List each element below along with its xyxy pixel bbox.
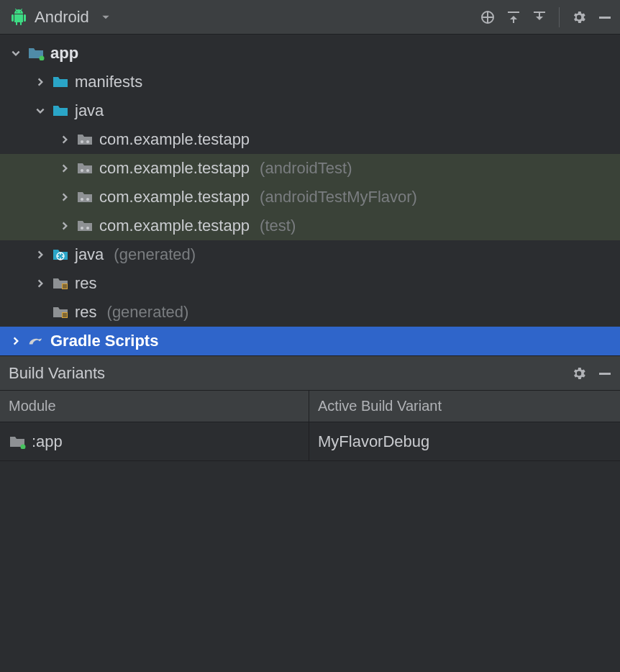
collapse-all-icon[interactable] (532, 9, 547, 25)
resource-folder-icon (52, 305, 69, 319)
svg-point-9 (81, 140, 83, 143)
chevron-right-icon[interactable] (59, 221, 70, 231)
table-empty-space (0, 461, 620, 663)
svg-rect-6 (539, 13, 540, 17)
tree-label: Gradle Scripts (50, 332, 158, 350)
gear-icon[interactable] (571, 9, 587, 25)
tree-label: com.example.testapp (99, 130, 250, 149)
chevron-down-icon[interactable] (10, 48, 22, 58)
folder-icon (52, 104, 69, 118)
tree-suffix: (generated) (107, 303, 189, 322)
expand-all-icon[interactable] (506, 9, 521, 25)
build-variants-header: Build Variants (0, 356, 620, 391)
minimize-icon[interactable] (597, 365, 613, 381)
resource-folder-icon (52, 276, 69, 291)
tree-label: res (75, 303, 97, 322)
chevron-down-icon[interactable] (35, 106, 46, 116)
project-toolbar: Android (0, 0, 620, 35)
cell-module[interactable]: :app (0, 422, 309, 460)
module-folder-icon (27, 46, 45, 60)
cell-variant[interactable]: MyFlavorDebug (309, 422, 620, 460)
gradle-icon (27, 334, 45, 348)
tree-label: com.example.testapp (99, 217, 250, 235)
select-opened-file-icon[interactable] (480, 9, 496, 25)
tree-label: java (75, 245, 104, 264)
gear-icon[interactable] (571, 365, 587, 381)
tree-label: com.example.testapp (99, 159, 250, 178)
tree-node-java-generated[interactable]: java (generated) (0, 240, 620, 269)
svg-point-11 (81, 169, 83, 172)
svg-rect-5 (534, 12, 545, 13)
android-icon (10, 9, 27, 26)
tree-label: java (75, 101, 104, 120)
svg-point-15 (81, 227, 83, 230)
package-icon (76, 219, 94, 233)
tree-node-manifests[interactable]: manifests (0, 68, 620, 96)
cell-variant-text: MyFlavorDebug (318, 432, 429, 451)
separator (559, 7, 560, 27)
chevron-right-icon[interactable] (35, 77, 46, 87)
col-header-module[interactable]: Module (0, 391, 309, 422)
cell-module-text: :app (32, 432, 63, 451)
chevron-right-icon[interactable] (35, 250, 46, 260)
tree-suffix: (androidTest) (260, 159, 352, 178)
chevron-right-icon[interactable] (35, 278, 46, 289)
tree-node-res-generated[interactable]: res (generated) (0, 298, 620, 327)
svg-point-16 (86, 227, 89, 230)
svg-rect-4 (513, 19, 514, 23)
project-view-selector[interactable]: Android (10, 8, 111, 27)
tree-label: res (75, 274, 97, 293)
tree-node-java[interactable]: java (0, 96, 620, 125)
chevron-right-icon[interactable] (59, 163, 70, 173)
chevron-down-icon (101, 12, 111, 22)
tree-label: app (50, 44, 78, 63)
tree-node-gradle-scripts[interactable]: Gradle Scripts (0, 327, 620, 355)
tree-node-res[interactable]: res (0, 269, 620, 298)
project-view-label: Android (35, 8, 89, 27)
svg-point-10 (86, 140, 89, 143)
tree-suffix: (androidTestMyFlavor) (260, 188, 417, 206)
package-icon (76, 161, 94, 176)
package-icon (76, 190, 94, 204)
tree-node-package-main[interactable]: com.example.testapp (0, 125, 620, 154)
svg-rect-26 (599, 373, 611, 375)
tree-suffix: (test) (260, 217, 296, 235)
module-folder-icon (9, 435, 26, 449)
tree-suffix: (generated) (114, 245, 196, 264)
tree-label: manifests (75, 73, 142, 91)
folder-icon (52, 75, 69, 89)
tree-label: com.example.testapp (99, 188, 250, 206)
panel-title: Build Variants (9, 364, 105, 383)
svg-point-12 (86, 169, 89, 172)
tree-node-package-androidtest[interactable]: com.example.testapp (androidTest) (0, 154, 620, 183)
svg-point-13 (81, 198, 83, 201)
chevron-right-icon[interactable] (10, 336, 22, 346)
svg-rect-7 (599, 17, 611, 19)
minimize-icon[interactable] (597, 9, 613, 25)
svg-rect-3 (508, 12, 519, 13)
tree-node-package-androidtestflavor[interactable]: com.example.testapp (androidTestMyFlavor… (0, 183, 620, 212)
build-variants-table: Module Active Build Variant :app MyFlavo… (0, 391, 620, 663)
col-header-variant[interactable]: Active Build Variant (309, 391, 620, 422)
table-row[interactable]: :app MyFlavorDebug (0, 422, 620, 461)
chevron-right-icon[interactable] (59, 192, 70, 202)
table-header: Module Active Build Variant (0, 391, 620, 422)
svg-point-14 (86, 198, 89, 201)
chevron-right-icon[interactable] (59, 135, 70, 145)
tree-node-app[interactable]: app (0, 39, 620, 68)
package-icon (76, 132, 94, 147)
generated-folder-icon (52, 248, 69, 262)
project-tree: app manifests java com.example.testapp (0, 35, 620, 356)
tree-node-package-test[interactable]: com.example.testapp (test) (0, 212, 620, 240)
